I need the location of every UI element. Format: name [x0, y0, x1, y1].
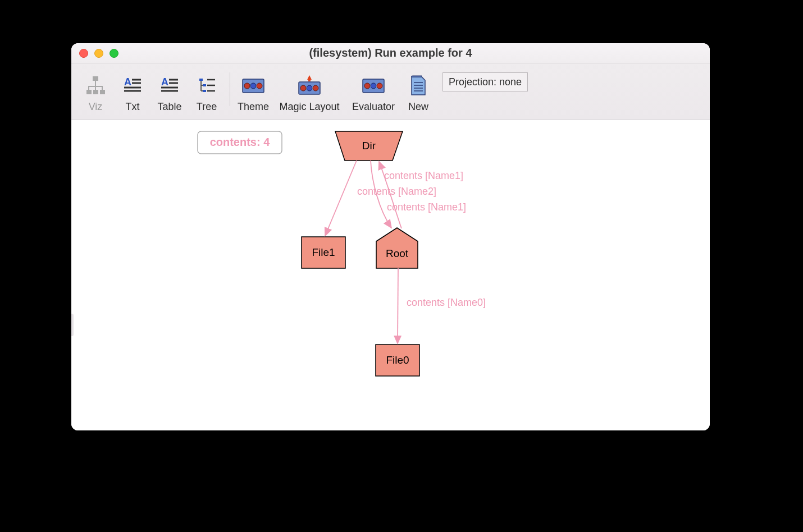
svg-text:Dir: Dir [362, 140, 376, 152]
svg-point-22 [244, 83, 250, 89]
svg-text:Root: Root [386, 247, 409, 259]
tree-button[interactable]: Tree [188, 72, 225, 115]
svg-rect-0 [93, 76, 98, 81]
titlebar: (filesystem) Run example for 4 [71, 43, 710, 63]
node-file1[interactable]: File1 [302, 237, 345, 268]
svg-point-34 [371, 83, 376, 89]
edge-label-dir-file1: contents [Name2] [357, 186, 436, 197]
projection-selector[interactable]: Projection: none [442, 72, 528, 91]
svg-point-29 [307, 85, 312, 91]
viz-button[interactable]: Viz [77, 72, 114, 115]
theme-icon [241, 74, 265, 98]
viz-icon [84, 74, 107, 98]
svg-point-33 [364, 83, 370, 89]
svg-rect-16 [203, 90, 206, 92]
edge-dir-file1 [325, 160, 357, 236]
edge-root-file0 [398, 268, 398, 343]
txt-icon: A [121, 74, 144, 98]
svg-point-35 [377, 83, 382, 89]
new-button[interactable]: New [400, 72, 437, 115]
svg-text:File0: File0 [386, 354, 409, 366]
svg-point-30 [313, 85, 318, 91]
window-title: (filesystem) Run example for 4 [71, 47, 710, 59]
svg-point-24 [257, 83, 262, 89]
diagram-canvas[interactable]: contents: 4 Dir File1 Root File0 [71, 120, 710, 430]
magic-layout-label: Magic Layout [279, 101, 339, 113]
svg-rect-25 [308, 79, 311, 81]
svg-text:A: A [124, 76, 131, 88]
node-file0[interactable]: File0 [376, 345, 419, 376]
minimize-icon[interactable] [94, 49, 103, 58]
new-icon [407, 74, 430, 98]
viz-label: Viz [89, 101, 103, 113]
window-controls [79, 49, 118, 58]
txt-button[interactable]: A Txt [114, 72, 151, 115]
theme-button[interactable]: Theme [235, 72, 272, 115]
zoom-icon[interactable] [110, 49, 118, 58]
legend-text: contents: 4 [210, 136, 271, 148]
tree-icon [195, 74, 218, 98]
evaluator-icon [362, 74, 385, 98]
new-label: New [408, 101, 428, 113]
app-window: (filesystem) Run example for 4 Viz A [71, 43, 710, 430]
separator [230, 72, 230, 106]
node-root[interactable]: Root [376, 228, 418, 268]
theme-label: Theme [238, 101, 269, 113]
svg-point-23 [250, 83, 256, 89]
projection-label: Projection: none [449, 76, 522, 88]
node-dir[interactable]: Dir [335, 131, 403, 160]
svg-point-28 [300, 85, 306, 91]
table-icon: A [158, 74, 181, 98]
edge-label-root-file0: contents [Name0] [407, 297, 486, 308]
magic-layout-icon [298, 74, 321, 98]
edge-label-dir-root-1: contents [Name1] [384, 170, 463, 181]
table-button[interactable]: A Table [151, 72, 188, 115]
svg-text:File1: File1 [312, 246, 335, 258]
svg-text:A: A [161, 76, 168, 88]
table-label: Table [157, 101, 181, 113]
svg-rect-15 [203, 84, 206, 86]
magic-layout-button[interactable]: Magic Layout [272, 72, 347, 115]
svg-rect-1 [86, 90, 92, 94]
svg-rect-3 [100, 90, 105, 94]
tree-label: Tree [197, 101, 217, 113]
evaluator-button[interactable]: Evaluator [347, 72, 400, 115]
toolbar: Viz A Txt A [71, 63, 710, 120]
edge-label-root-dir: contents [Name1] [387, 201, 466, 213]
txt-label: Txt [126, 101, 140, 113]
svg-rect-2 [93, 90, 98, 94]
svg-rect-14 [199, 79, 203, 81]
evaluator-label: Evaluator [352, 101, 395, 113]
close-icon[interactable] [79, 49, 88, 58]
